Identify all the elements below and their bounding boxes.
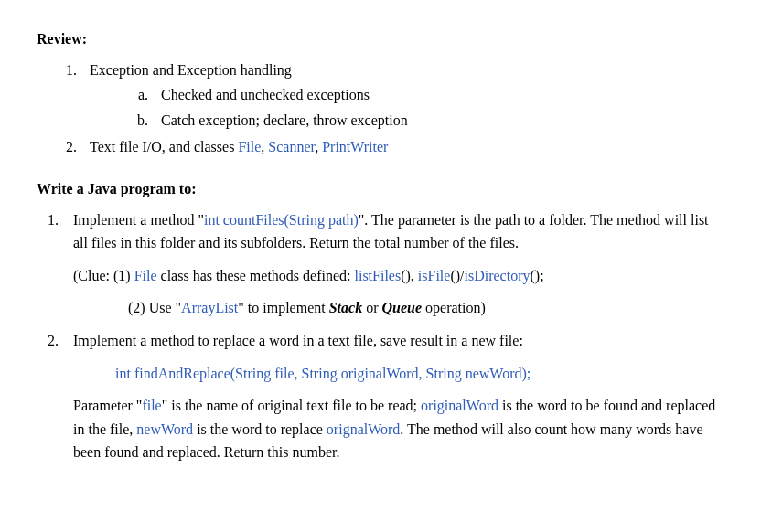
method-signature: int countFiles(String path) xyxy=(204,212,359,228)
text: " is the name of original text file to b… xyxy=(162,398,421,413)
review-item-1a: Checked and unchecked exceptions xyxy=(152,83,724,107)
text: (2) Use " xyxy=(128,300,181,315)
task-2-method-signature: int findAndReplace(String file, String o… xyxy=(73,362,724,386)
text: is the word to replace xyxy=(193,421,327,437)
review-item-1-text: Exception and Exception handling xyxy=(90,62,292,78)
text: " to implement xyxy=(238,300,328,315)
keyword-stack: Stack xyxy=(329,300,362,315)
review-item-2: Text file I/O, and classes File, Scanner… xyxy=(80,135,724,159)
keyword-queue: Queue xyxy=(381,300,422,315)
keyword-scanner: Scanner xyxy=(268,139,315,154)
review-item-2-prefix: Text file I/O, and classes xyxy=(90,139,238,154)
review-sublist-1: Checked and unchecked exceptions Catch e… xyxy=(90,83,724,132)
text: operation) xyxy=(422,300,486,315)
task-1-clue-1: (Clue: (1) File class has these methods … xyxy=(73,264,724,288)
method-isdirectory: isDirectory xyxy=(465,268,531,283)
method-isfile: isFile xyxy=(418,268,451,283)
task-1: Implement a method "int countFiles(Strin… xyxy=(62,208,724,320)
keyword-printwriter: PrintWriter xyxy=(322,139,388,154)
task-1-clue-2: (2) Use "ArrayList" to implement Stack o… xyxy=(73,296,724,320)
program-heading: Write a Java program to: xyxy=(37,177,724,201)
param-file: file xyxy=(142,398,161,413)
task-1-paragraph-1: Implement a method "int countFiles(Strin… xyxy=(73,208,724,255)
review-list: Exception and Exception handling Checked… xyxy=(37,59,724,159)
keyword-arraylist: ArrayList xyxy=(181,300,238,315)
keyword-file: File xyxy=(134,268,157,283)
review-heading: Review: xyxy=(37,27,724,51)
task-2-paragraph-1: Implement a method to replace a word in … xyxy=(73,329,724,353)
method-listfiles: listFiles xyxy=(355,268,402,283)
text: (); xyxy=(531,268,544,283)
param-orignalword: orignalWord xyxy=(327,421,400,437)
task-2: Implement a method to replace a word in … xyxy=(62,329,724,464)
task-list: Implement a method "int countFiles(Strin… xyxy=(37,208,724,464)
review-item-1b: Catch exception; declare, throw exceptio… xyxy=(152,109,724,133)
text: Parameter " xyxy=(73,398,142,413)
param-newword: newWord xyxy=(136,421,193,437)
sep: , xyxy=(315,139,322,154)
text: (), xyxy=(401,268,418,283)
param-originalword: originalWord xyxy=(421,398,498,413)
text: ()/ xyxy=(450,268,464,283)
task-2-paragraph-2: Parameter "file" is the name of original… xyxy=(73,394,724,464)
keyword-file: File xyxy=(238,139,261,154)
text: class has these methods defined: xyxy=(157,268,355,283)
text: (Clue: (1) xyxy=(73,268,134,283)
text: or xyxy=(362,300,381,315)
review-item-1: Exception and Exception handling Checked… xyxy=(80,59,724,133)
text: Implement a method " xyxy=(73,212,204,228)
